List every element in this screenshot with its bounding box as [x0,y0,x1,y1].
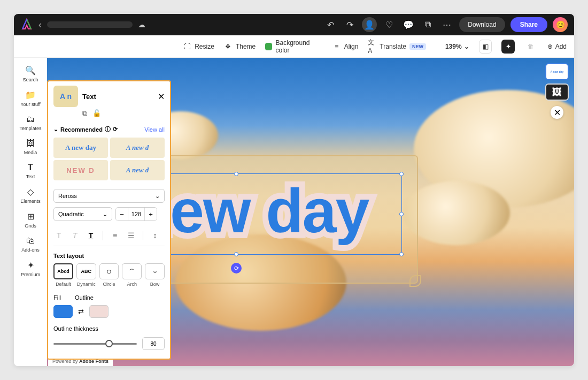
nav-media[interactable]: 🖼Media [17,135,44,158]
panel-preview-thumb: A n [53,86,78,107]
bgcolor-tool[interactable]: Background color [265,39,322,54]
recommended-label: Recommended [60,126,103,133]
add-button[interactable]: ⊕Add [547,43,567,50]
context-toolbar: ⛶Resize ❖Theme Background color ≡Align 文… [14,35,574,58]
style-option-4[interactable]: A new d [110,160,165,180]
font-size-stepper[interactable]: − + [115,207,157,221]
chevron-down-icon: ⌄ [464,43,469,50]
rotate-handle[interactable]: ⟳ [231,263,242,273]
theme-tool[interactable]: ❖Theme [224,42,256,51]
layers-toggle[interactable]: ◧ [479,40,492,54]
size-increase-button[interactable]: + [145,208,157,221]
document-title-placeholder[interactable] [47,21,133,28]
download-button[interactable]: Download [459,17,505,32]
cloud-sync-icon[interactable]: ☁ [138,20,145,29]
style-option-1[interactable]: A new day [53,138,108,158]
layout-circle[interactable]: ◌ [99,263,119,279]
handle-mid-bottom[interactable] [234,252,238,256]
elements-icon: ◇ [27,187,34,197]
outline-thickness-value[interactable]: 80 [142,337,165,350]
font-family-select[interactable]: Reross⌄ [53,189,165,203]
text-properties-panel: A n Text ✕ ⧉ 🔓 ⌄ Recommended ⓘ ⟳ View al… [47,80,171,360]
handle-mid-right[interactable] [399,212,404,216]
zoom-level[interactable]: 139% ⌄ [445,43,469,50]
style-option-3[interactable]: NEW D [53,160,108,180]
translate-icon: 文A [368,42,376,51]
lightbulb-icon[interactable]: ♡ [382,18,396,32]
style-option-2[interactable]: A new d [110,138,165,158]
font-size-input[interactable] [128,208,145,221]
size-decrease-button[interactable]: − [116,208,128,221]
topbar: ‹ ☁ ↶ ↷ 👤 ♡ 💬 ⧉ ⋯ Download Share 😊 [14,14,574,35]
nav-elements[interactable]: ◇Elements [17,184,44,207]
layout-dynamic[interactable]: ABC [76,263,96,279]
layout-options: AbcdDefault ABCDynamic ◌Circle ⌒Arch ⌣Bo… [53,263,165,287]
info-icon[interactable]: ⓘ [105,125,111,133]
more-icon[interactable]: ⋯ [440,18,454,32]
text-format-row: T T T ≡ ☰ ↕ [53,225,165,246]
bgcolor-swatch-icon [265,43,272,50]
refresh-icon[interactable]: ⟳ [113,126,118,133]
media-icon: 🖼 [26,139,35,148]
share-button[interactable]: Share [510,17,547,32]
underline-toggle[interactable]: T [86,231,96,240]
page-thumb-1[interactable]: A new day [545,63,569,80]
view-all-link[interactable]: View all [144,126,165,133]
fill-color-swatch[interactable] [53,305,73,318]
undo-icon[interactable]: ↶ [323,18,337,32]
handle-top-right[interactable] [399,172,404,176]
spacing-toggle[interactable]: ↕ [150,231,160,240]
page-thumbnails: A new day 🖼 ✕ [545,63,569,119]
nav-premium[interactable]: ✦Premium [17,257,44,280]
page-thumb-image[interactable]: 🖼 [545,83,569,101]
translate-tool[interactable]: 文ATranslateNEW [368,42,426,51]
align-toggle[interactable]: ≡ [110,231,120,240]
nav-text[interactable]: TText [17,159,44,183]
addons-icon: 🛍 [26,236,35,246]
chevron-down-icon: ⌄ [155,193,160,200]
align-tool[interactable]: ≡Align [332,42,359,51]
redo-icon[interactable]: ↷ [343,18,357,32]
nav-addons[interactable]: 🛍Add-ons [17,233,44,256]
swap-colors-icon[interactable]: ⇄ [78,308,84,316]
handle-mid-top[interactable] [234,172,238,176]
font-variant-select[interactable]: Quadratic⌄ [53,207,112,221]
align-icon: ≡ [332,42,341,51]
nav-yourstuff[interactable]: 📁Your stuff [17,87,44,110]
back-icon[interactable]: ‹ [38,19,42,31]
italic-toggle[interactable]: T [69,231,80,240]
copy-icon[interactable]: ⧉ [82,109,87,118]
layout-bow[interactable]: ⌣ [145,263,165,279]
bold-toggle[interactable]: T [53,231,64,240]
panel-close-button[interactable]: ✕ [158,92,165,102]
layout-default[interactable]: Abcd [53,263,73,279]
nav-search[interactable]: 🔍Search [17,62,44,86]
comment-icon[interactable]: 💬 [401,18,415,32]
templates-icon: 🗂 [26,115,35,124]
user-avatar[interactable]: 😊 [553,17,568,32]
nav-grids[interactable]: ⊞Grids [17,208,44,232]
app-body: 🔍Search 📁Your stuff 🗂Templates 🖼Media TT… [14,58,574,366]
outline-label: Outline [75,294,94,301]
plus-icon: ⊕ [547,43,553,50]
ai-toggle[interactable]: ✦ [501,40,515,54]
outline-color-swatch[interactable] [89,305,109,318]
handle-bottom-right[interactable] [399,252,404,256]
lock-icon[interactable]: 🔓 [92,109,101,118]
text-icon: T [28,163,33,172]
app-logo-icon[interactable] [20,18,33,31]
folder-icon: 📁 [25,90,36,100]
delete-button[interactable]: 🗑 [524,40,538,54]
present-icon[interactable]: ⧉ [421,18,435,32]
outline-thickness-slider[interactable] [53,343,137,345]
chevron-down-icon[interactable]: ⌄ [53,126,58,133]
outline-thickness-label: Outline thickness [53,325,165,332]
grids-icon: ⊞ [27,211,34,222]
close-thumbs-button[interactable]: ✕ [551,106,563,119]
list-toggle[interactable]: ☰ [126,231,136,240]
layout-arch[interactable]: ⌒ [122,263,142,279]
resize-tool[interactable]: ⛶Resize [183,42,214,51]
invite-icon[interactable]: 👤 [362,17,377,32]
panel-title: Text [82,93,153,101]
nav-templates[interactable]: 🗂Templates [17,111,44,134]
